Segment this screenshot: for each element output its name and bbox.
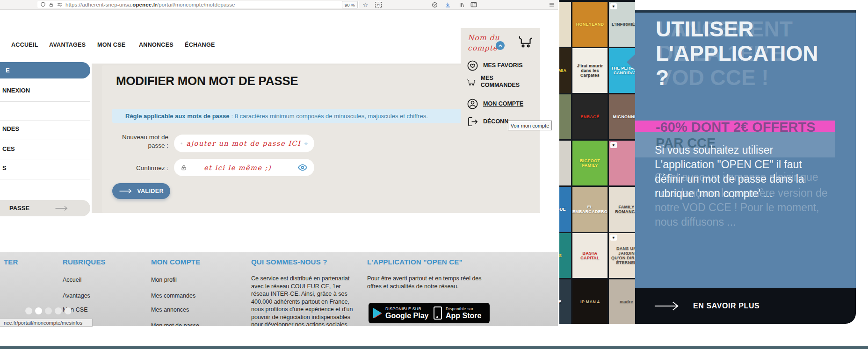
menu-item-mon-compte[interactable]: MON COMPTE — [467, 98, 523, 110]
ghost-body-line: nous diffusons ... — [655, 215, 736, 229]
sidebar-item-connexion[interactable]: NNEXION — [2, 87, 30, 94]
movie-poster[interactable]: AFRICA MIA — [559, 48, 571, 93]
sidebar-item-annonces[interactable]: CES — [2, 145, 15, 152]
movie-poster-collage: nette HONEYLAND ♥ L'INFIRMIÈRE AFRICA MI… — [559, 0, 635, 324]
user-circle-icon — [467, 98, 478, 110]
promo-carousel-panel: LANCEMENT DE LA 1ERE VOD CCE ! UTILISER … — [635, 10, 856, 324]
show-password-icon[interactable] — [304, 140, 308, 147]
footer-link-avantages[interactable]: Avantages — [63, 292, 90, 299]
movie-poster[interactable]: FAMILY ROMANCE — [609, 187, 635, 232]
promo-body-line: rubrique 'mon compte' ... — [655, 186, 773, 201]
movie-poster[interactable]: nette — [559, 2, 571, 47]
promo-body-line: définir un mot de passe dans la — [655, 172, 804, 186]
favorite-heart-icon[interactable]: ♥ — [610, 3, 617, 9]
movie-poster[interactable]: MIGNONNES — [609, 94, 635, 139]
downloads-icon[interactable] — [443, 0, 452, 9]
movie-poster[interactable]: ♥ — [609, 141, 635, 185]
movie-poster[interactable]: EL EMBARCADERO — [572, 187, 608, 232]
footer-about-text: Ce service est distribué en partenariat … — [251, 275, 353, 326]
sidebar-item-mot-de-passe[interactable]: PASSE — [0, 200, 90, 216]
movie-poster[interactable]: J'irai mourir dans les Carpates — [572, 48, 608, 93]
movie-poster[interactable]: HONEYLAND — [572, 2, 608, 47]
movie-poster[interactable]: BASTA CAPITAL — [572, 233, 608, 278]
lock-icon — [181, 140, 182, 147]
carousel-dot-active[interactable] — [35, 307, 42, 314]
zoom-level-badge[interactable]: 90 % — [342, 1, 358, 8]
annotation-new-password: ajouter un mot de passe ICI — [186, 140, 301, 147]
footer-link-mes-commandes[interactable]: Mes commandes — [151, 292, 195, 299]
menu-icon[interactable] — [547, 0, 556, 9]
sidebar-item-favoris[interactable]: S — [2, 164, 7, 171]
carousel-dot[interactable] — [55, 307, 62, 314]
url-text[interactable]: https://adherent-snep-unsa.opence.fr/por… — [65, 2, 235, 7]
app-store-icon — [434, 306, 442, 320]
chevron-up-icon[interactable] — [496, 41, 505, 50]
pocket-icon[interactable] — [430, 0, 439, 9]
movie-poster[interactable]: ITE — [559, 141, 571, 185]
en-savoir-plus-button[interactable]: EN SAVOIR PLUS — [635, 288, 856, 324]
app-store-badge[interactable]: Disponible surApp Store — [429, 303, 490, 323]
menu-item-deconnexion[interactable]: DÉCONN — [467, 116, 508, 128]
menu-item-mes-favoris[interactable]: MES FAVORIS — [467, 60, 523, 71]
footer-link-mon-profil[interactable]: Mon profil — [151, 277, 177, 283]
arrow-right-icon — [119, 188, 133, 194]
nav-annonces[interactable]: ANNONCES — [139, 42, 174, 48]
movie-poster[interactable]: ENRAGÉ — [572, 94, 608, 139]
footer-link-accueil[interactable]: Accueil — [63, 277, 81, 283]
permissions-icon[interactable] — [57, 2, 63, 7]
footer-link-mot-de-passe[interactable]: Mon mot de passe — [151, 322, 199, 326]
nav-accueil[interactable]: ACCUEIL — [11, 42, 38, 48]
show-password-icon[interactable] — [297, 164, 308, 171]
footer-link-mes-annonces[interactable]: Mes annonces — [151, 306, 189, 313]
nav-avantages[interactable]: AVANTAGES — [49, 42, 86, 48]
movie-poster[interactable]: Fille — [559, 94, 571, 139]
panel-pointer-arrow — [627, 54, 635, 70]
ghost-body-line: notre VOD CCE ! Pour le moment, — [655, 200, 819, 215]
screenshot-icon[interactable]: ✂ — [374, 0, 383, 9]
bookmark-star-icon[interactable]: ☆ — [361, 0, 369, 9]
account-name-trigger[interactable]: Nom du compte — [468, 33, 499, 53]
arrow-right-icon — [654, 301, 681, 311]
footer-heading-application: L'APPLICATION "OPEN CE" — [367, 258, 463, 266]
cart-icon[interactable] — [518, 35, 533, 50]
annotation-confirm-password: et ici le même ;) — [204, 164, 271, 171]
movie-poster[interactable]: madre — [609, 279, 635, 324]
carousel-dot[interactable] — [45, 307, 52, 314]
footer-heading-qui-sommes-nous: QUI SOMMES-NOUS ? — [251, 258, 327, 266]
valider-button[interactable]: VALIDER — [112, 183, 170, 199]
promo-body-line: Si vous souhaitez utiliser — [655, 143, 773, 157]
movie-poster[interactable]: ME PES — [559, 233, 571, 278]
library-icon[interactable] — [457, 0, 466, 9]
google-play-badge[interactable]: DISPONIBLE SURGoogle Play — [369, 303, 431, 323]
address-bar[interactable]: https://adherent-snep-unsa.opence.fr/por… — [37, 1, 359, 8]
sidebar-item-active[interactable]: E — [0, 62, 90, 78]
divider — [0, 140, 90, 140]
browser-toolbar: https://adherent-snep-unsa.opence.fr/por… — [0, 0, 558, 10]
nav-mon-cse[interactable]: MON CSE — [97, 42, 125, 48]
sidebar-item-commandes[interactable]: NDES — [2, 125, 19, 132]
confirm-password-input[interactable]: et ici le même ;) — [174, 159, 314, 176]
status-bar-link-preview: nce.fr/portail/moncompte/mesinfos — [0, 319, 93, 327]
divider — [0, 159, 90, 159]
carousel-dot[interactable] — [65, 307, 72, 314]
movie-poster[interactable]: FEMME — [559, 279, 571, 324]
movie-poster[interactable]: BIGFOOT FAMILY — [572, 141, 608, 185]
lock-icon[interactable] — [49, 2, 54, 7]
shield-icon[interactable] — [40, 1, 46, 7]
movie-poster[interactable]: CER RIQUE — [559, 187, 571, 232]
favorite-heart-icon[interactable]: ♥ — [610, 235, 617, 241]
sidebar-toggle-icon[interactable] — [470, 0, 478, 9]
carousel-dot[interactable] — [25, 307, 32, 314]
movie-poster[interactable]: IP MAN 4 — [572, 279, 608, 324]
promo-title-line: ? — [656, 65, 669, 90]
nav-echange[interactable]: ÉCHANGE — [185, 42, 215, 48]
menu-item-mes-commandes[interactable]: MES COMMANDES — [467, 75, 523, 89]
movie-poster[interactable]: ♥ L'INFIRMIÈRE — [609, 2, 635, 47]
movie-poster[interactable]: ♥ DANS UN JARDIN QU'ON DIRAIT ÉTERNEL — [609, 233, 635, 278]
new-password-input[interactable]: ajouter un mot de passe ICI — [174, 135, 314, 152]
favorite-heart-icon[interactable]: ♥ — [610, 142, 617, 148]
account-dropdown: Nom du compte MES FAVORIS MES COMMANDES … — [461, 28, 540, 133]
divider — [0, 179, 90, 179]
promo-title-line: L'APPLICATION — [656, 41, 818, 65]
logout-icon — [467, 116, 478, 128]
